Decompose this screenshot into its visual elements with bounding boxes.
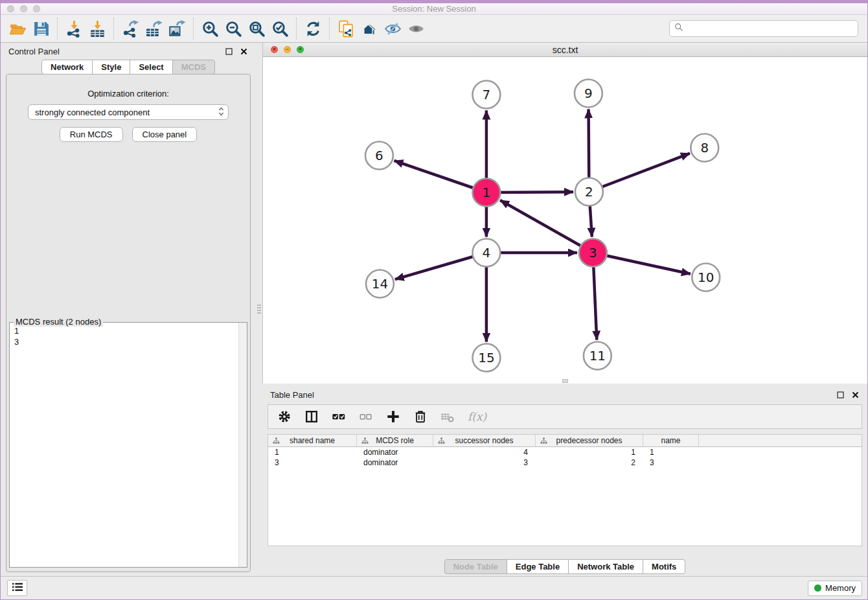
control-panel: Control Panel NetworkStyleSelectMCDS Opt… — [1, 43, 256, 576]
cell-name[interactable]: 3 — [643, 457, 699, 468]
graph-node-3[interactable]: 3 — [579, 239, 607, 267]
tab-edge-table[interactable]: Edge Table — [507, 559, 569, 574]
tab-style[interactable]: Style — [92, 60, 130, 75]
delete-table-icon-button — [440, 410, 455, 424]
cell-successor-nodes[interactable]: 4 — [433, 447, 536, 457]
graph-node-11[interactable]: 11 — [584, 342, 611, 370]
zoom-in-button[interactable] — [198, 17, 222, 40]
search-input[interactable] — [687, 24, 853, 34]
column-header-successor-nodes[interactable]: successor nodes — [433, 435, 536, 446]
window-title: Session: New Session — [1, 4, 867, 14]
table-panel: Table Panel f(x) shared nameMCDS rolesuc… — [262, 386, 867, 576]
select-all-icon-button[interactable] — [332, 410, 346, 424]
mcds-result-group: MCDS result (2 nodes) 1 3 — [9, 322, 247, 568]
command-panel-button[interactable] — [7, 580, 27, 596]
tab-network[interactable]: Network — [41, 60, 93, 75]
graph-node-4[interactable]: 4 — [472, 239, 500, 267]
close-panel-icon[interactable] — [240, 47, 248, 56]
table-row[interactable]: 3dominator323 — [268, 457, 862, 468]
save-session-button[interactable] — [29, 17, 52, 40]
trash-icon-button[interactable] — [413, 410, 428, 424]
search-box[interactable] — [669, 20, 858, 37]
svg-text:6: 6 — [375, 148, 383, 163]
graph-node-6[interactable]: 6 — [365, 142, 393, 170]
add-icon-button[interactable] — [386, 410, 400, 424]
cell-successor-nodes[interactable]: 3 — [433, 457, 536, 468]
refresh-button[interactable] — [301, 17, 325, 40]
tab-select[interactable]: Select — [130, 60, 172, 75]
split-columns-icon-button[interactable] — [304, 410, 319, 424]
toolbar-separator — [296, 17, 297, 40]
sort-tree-icon — [361, 437, 369, 446]
column-header-mcds-role[interactable]: MCDS role — [357, 435, 433, 446]
graph-node-14[interactable]: 14 — [366, 270, 394, 298]
result-scrollbar[interactable] — [238, 323, 247, 567]
column-header-label: successor nodes — [455, 436, 513, 445]
mcds-result-text[interactable]: 1 3 — [11, 324, 237, 566]
network-window-title: scc.txt — [263, 45, 867, 55]
graph-edge-2-8[interactable] — [589, 154, 690, 192]
svg-text:3: 3 — [589, 245, 597, 260]
application-window: Session: New Session Control Panel — [0, 0, 868, 600]
cell-predecessor-nodes[interactable]: 2 — [536, 457, 643, 468]
column-header-label: shared name — [290, 436, 335, 445]
cell-mcds-role[interactable]: dominator — [357, 447, 433, 457]
graph-node-10[interactable]: 10 — [692, 264, 720, 292]
float-panel-icon[interactable] — [225, 47, 233, 56]
memory-button[interactable]: Memory — [808, 581, 862, 596]
export-image-button[interactable] — [165, 17, 188, 40]
graph-node-8[interactable]: 8 — [691, 134, 718, 162]
close-table-panel-icon[interactable] — [851, 391, 860, 399]
graph-node-7[interactable]: 7 — [472, 81, 500, 109]
cell-shared-name[interactable]: 3 — [268, 457, 357, 468]
network-canvas[interactable]: 1234678910111415 — [263, 57, 867, 384]
main-content: Control Panel NetworkStyleSelectMCDS Opt… — [1, 43, 867, 576]
vertical-splitter[interactable] — [256, 43, 262, 576]
zoom-fit-icon — [248, 20, 266, 38]
column-header-shared-name[interactable]: shared name — [268, 435, 357, 446]
import-table-icon — [89, 20, 106, 38]
cell-name[interactable]: 1 — [643, 447, 699, 457]
close-panel-button[interactable]: Close panel — [132, 127, 198, 142]
criterion-select[interactable]: strongly connected component — [28, 104, 229, 120]
column-header-name[interactable]: name — [643, 435, 699, 446]
cell-shared-name[interactable]: 1 — [268, 447, 357, 457]
canvas-resize-grip[interactable] — [562, 379, 568, 383]
zoom-selected-button[interactable] — [268, 17, 291, 40]
graph-node-2[interactable]: 2 — [575, 178, 603, 206]
eye-button[interactable] — [404, 17, 428, 40]
eye-slash-button[interactable] — [381, 17, 404, 40]
float-table-panel-icon[interactable] — [836, 391, 845, 399]
column-header-label: name — [661, 436, 680, 445]
column-header-predecessor-nodes[interactable]: predecessor nodes — [536, 435, 643, 446]
graph-node-1[interactable]: 1 — [472, 179, 500, 207]
tab-network-table[interactable]: Network Table — [568, 559, 643, 574]
memory-label: Memory — [825, 583, 856, 593]
copy-document-button[interactable] — [334, 17, 358, 40]
cell-predecessor-nodes[interactable]: 1 — [536, 447, 643, 457]
home-button[interactable] — [358, 17, 381, 40]
cell-mcds-role[interactable]: dominator — [357, 457, 433, 468]
graph-node-15[interactable]: 15 — [472, 344, 500, 372]
tab-node-table[interactable]: Node Table — [444, 559, 507, 574]
network-view-window: × − + scc.txt 1234678910111415 — [262, 43, 867, 384]
run-mcds-button[interactable]: Run MCDS — [60, 127, 123, 142]
import-network-button[interactable] — [62, 17, 86, 40]
zoom-out-button[interactable] — [222, 17, 245, 40]
tab-motifs[interactable]: Motifs — [643, 559, 685, 574]
zoom-selected-icon — [271, 20, 289, 38]
toolbar-separator — [329, 17, 330, 40]
list-icon — [11, 582, 24, 595]
tab-mcds[interactable]: MCDS — [172, 60, 215, 75]
graph-edge-3-1[interactable] — [500, 200, 593, 253]
open-folder-button[interactable] — [6, 17, 29, 40]
table-row[interactable]: 1dominator411 — [268, 447, 862, 457]
export-network-button[interactable] — [119, 17, 142, 40]
deselect-all-icon-button[interactable] — [359, 410, 373, 424]
graph-edge-3-10[interactable] — [593, 253, 691, 274]
gear-icon-button[interactable] — [277, 410, 291, 424]
export-table-button[interactable] — [142, 17, 165, 40]
import-table-button[interactable] — [86, 17, 109, 40]
graph-node-9[interactable]: 9 — [575, 80, 602, 108]
zoom-fit-button[interactable] — [245, 17, 268, 40]
